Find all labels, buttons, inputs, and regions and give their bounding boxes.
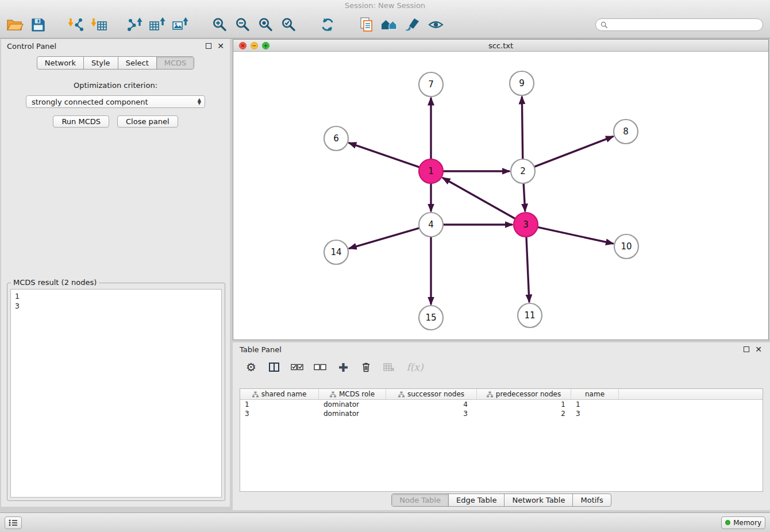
result-line: 3	[15, 301, 217, 311]
open-session-button[interactable]	[3, 13, 26, 37]
zoom-fit-button[interactable]	[254, 13, 277, 37]
refresh-view-button[interactable]	[316, 13, 339, 37]
close-table-panel-button[interactable]: ✕	[755, 345, 762, 353]
graph-node-7[interactable]: 7	[419, 72, 443, 97]
cell-mcds-role: dominator	[319, 409, 386, 418]
graph-node-6[interactable]: 6	[324, 126, 348, 151]
table-settings-button[interactable]: ⚙	[244, 360, 258, 375]
graph-edge-3-1[interactable]	[443, 178, 515, 219]
svg-text:2: 2	[520, 166, 526, 176]
float-panel-button[interactable]	[206, 43, 211, 49]
zoom-in-button[interactable]	[208, 13, 231, 37]
cell-name: 1	[571, 400, 619, 409]
tab-motifs[interactable]: Motifs	[572, 494, 610, 506]
graph-edge-1-6[interactable]	[349, 143, 419, 167]
toolbar-search[interactable]	[595, 18, 763, 31]
cell-successor-nodes: 3	[386, 409, 477, 418]
search-icon	[600, 21, 608, 29]
delete-column-button[interactable]	[359, 360, 373, 375]
duplicate-network-button[interactable]	[355, 13, 378, 37]
show-graphics-details-button[interactable]	[401, 13, 424, 37]
column-header-predecessor-nodes[interactable]: predecessor nodes	[477, 389, 571, 399]
window-zoom-button[interactable]: +	[262, 42, 270, 49]
graph-edge-4-14[interactable]	[349, 228, 419, 248]
export-network-button[interactable]	[123, 13, 146, 37]
tab-node-table[interactable]: Node Table	[392, 494, 448, 506]
graph-node-14[interactable]: 14	[324, 240, 348, 264]
network-window: scc.txt ✕ − + 7968124314101511	[233, 39, 769, 340]
memory-button[interactable]: Memory	[721, 516, 765, 529]
close-panel-button[interactable]: ✕	[217, 42, 224, 50]
birds-eye-view-button[interactable]	[424, 13, 447, 37]
clear-selection-button[interactable]	[313, 360, 327, 375]
show-columns-button[interactable]	[267, 360, 281, 375]
zoom-selected-button[interactable]	[277, 13, 300, 37]
table-panel-tabs: Node Table Edge Table Network Table Moti…	[233, 494, 770, 507]
column-header-name[interactable]: name	[571, 389, 619, 399]
table-panel-title: Table Panel	[240, 345, 282, 354]
plus-icon	[338, 363, 348, 372]
graph-node-9[interactable]: 9	[510, 71, 534, 95]
export-image-button[interactable]	[169, 13, 192, 37]
graph-node-11[interactable]: 11	[518, 303, 542, 327]
import-network-button[interactable]	[64, 13, 87, 37]
graph-edge-2-3[interactable]	[523, 183, 525, 211]
import-table-button[interactable]	[87, 13, 110, 37]
search-input[interactable]	[611, 21, 758, 29]
network-canvas[interactable]: 7968124314101511	[233, 52, 768, 340]
control-panel-title: Control Panel	[7, 42, 56, 51]
criterion-dropdown-value: strongly connected component	[32, 98, 198, 106]
window-close-button[interactable]: ✕	[239, 42, 247, 49]
panel-list-button[interactable]	[5, 516, 22, 529]
select-all-button[interactable]	[290, 360, 304, 375]
graph-node-3[interactable]: 3	[514, 213, 538, 237]
graph-edge-3-11[interactable]	[526, 237, 529, 302]
tab-style[interactable]: Style	[83, 57, 118, 69]
save-session-button[interactable]	[26, 13, 49, 37]
export-network-icon	[126, 17, 143, 33]
graph-node-2[interactable]: 2	[511, 159, 535, 183]
graph-node-15[interactable]: 15	[419, 306, 443, 330]
close-panel-button-mcds[interactable]: Close panel	[117, 115, 178, 128]
zoom-out-icon	[234, 17, 251, 33]
create-column-button[interactable]	[336, 360, 350, 375]
tab-select[interactable]: Select	[118, 57, 156, 69]
show-all-networks-button[interactable]	[378, 13, 401, 37]
graph-node-4[interactable]: 4	[419, 213, 443, 237]
run-mcds-button[interactable]: Run MCDS	[53, 115, 109, 128]
tab-mcds[interactable]: MCDS	[156, 57, 194, 69]
graph-node-10[interactable]: 10	[614, 234, 638, 259]
tab-network[interactable]: Network	[37, 57, 83, 69]
export-table-button[interactable]	[146, 13, 169, 37]
columns-icon	[269, 363, 279, 372]
column-edit-icon	[330, 391, 336, 398]
delete-table-button[interactable]	[382, 360, 396, 375]
graph-edge-2-9[interactable]	[522, 97, 522, 159]
table-row[interactable]: 3 dominator 3 2 3	[240, 409, 763, 418]
table-toolbar: ⚙	[233, 356, 770, 378]
column-header-mcds-role[interactable]: MCDS role	[319, 389, 386, 399]
zoom-selected-icon	[280, 17, 297, 33]
graph-node-1[interactable]: 1	[419, 159, 443, 183]
graph-edge-2-8[interactable]	[534, 137, 613, 167]
clear-selection-icon	[314, 363, 326, 372]
cell-predecessor-nodes: 2	[477, 409, 571, 418]
table-row[interactable]: 1 dominator 4 1 1	[240, 400, 763, 409]
graph-edge-3-10[interactable]	[538, 227, 613, 243]
graph-node-8[interactable]: 8	[614, 119, 638, 144]
float-table-panel-button[interactable]	[744, 346, 749, 352]
open-folder-icon	[6, 17, 24, 32]
function-builder-button[interactable]: f(x)	[405, 360, 425, 375]
zoom-out-button[interactable]	[231, 13, 254, 37]
column-header-shared-name[interactable]: shared name	[240, 389, 319, 399]
tab-network-table[interactable]: Network Table	[504, 494, 572, 506]
memory-label: Memory	[733, 519, 761, 527]
column-header-successor-nodes[interactable]: successor nodes	[386, 389, 477, 399]
cell-successor-nodes: 4	[386, 400, 477, 409]
mcds-result-text[interactable]: 1 3	[10, 289, 222, 498]
svg-text:8: 8	[623, 126, 629, 137]
zoom-in-icon	[211, 17, 228, 33]
tab-edge-table[interactable]: Edge Table	[448, 494, 504, 506]
window-minimize-button[interactable]: −	[251, 42, 258, 49]
criterion-dropdown[interactable]: strongly connected component ▲▼	[26, 95, 205, 108]
